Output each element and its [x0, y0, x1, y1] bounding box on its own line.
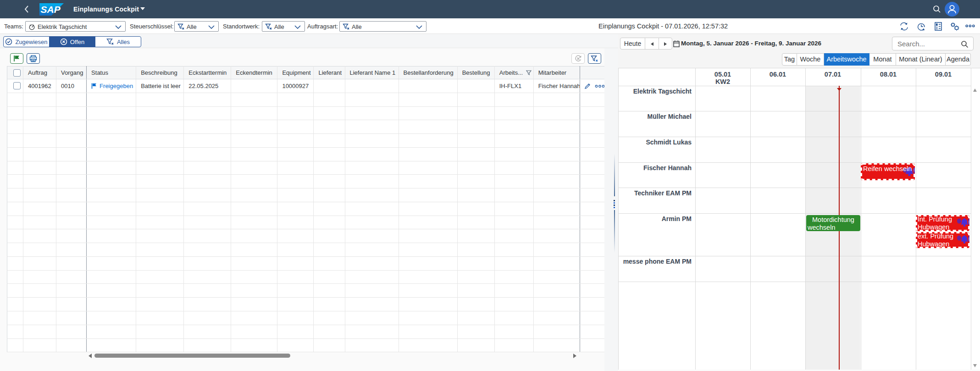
- svg-text:SAP: SAP: [41, 4, 61, 15]
